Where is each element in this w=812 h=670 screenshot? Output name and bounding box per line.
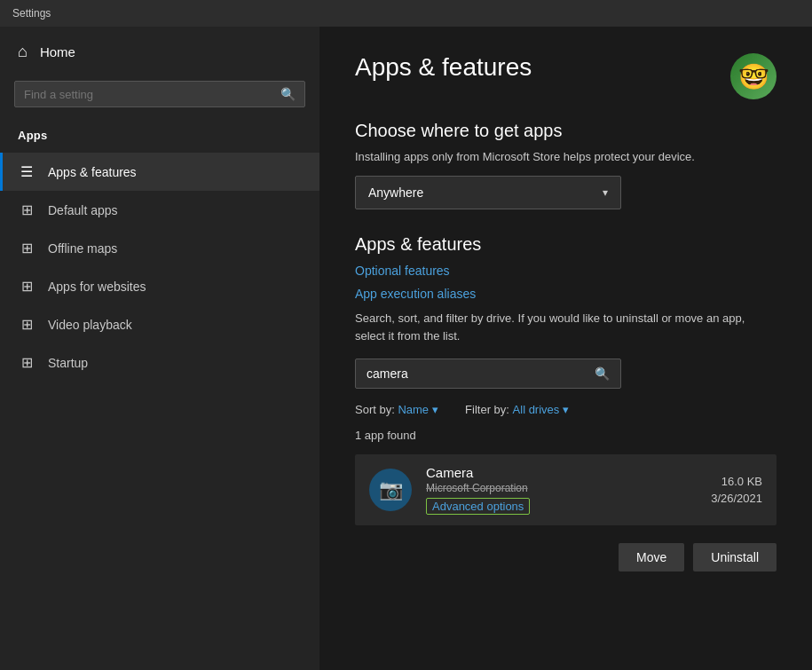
home-icon: ⌂ bbox=[18, 43, 28, 61]
startup-icon: ⊞ bbox=[18, 354, 35, 371]
sidebar-item-label: Offline maps bbox=[48, 241, 117, 256]
sidebar-home-item[interactable]: ⌂ Home bbox=[0, 27, 319, 77]
title-bar: Settings bbox=[0, 0, 812, 27]
apps-features-icon: ☰ bbox=[18, 163, 35, 180]
sidebar-item-label: Video playback bbox=[48, 318, 132, 332]
advanced-options-link[interactable]: Advanced options bbox=[426, 498, 530, 515]
page-title: Apps & features bbox=[355, 53, 532, 82]
sidebar-home-label: Home bbox=[40, 44, 75, 59]
filter-by-value: All drives bbox=[513, 403, 560, 416]
search-input[interactable] bbox=[24, 88, 273, 101]
uninstall-button[interactable]: Uninstall bbox=[693, 543, 777, 571]
avatar: 🤓 bbox=[730, 53, 777, 99]
title-bar-label: Settings bbox=[12, 7, 51, 20]
sidebar-item-startup[interactable]: ⊞ Startup bbox=[0, 343, 319, 382]
app-icon: 📷 bbox=[369, 469, 412, 511]
filter-by-control[interactable]: Filter by: All drives ▾ bbox=[465, 403, 569, 416]
sort-by-control[interactable]: Sort by: Name ▾ bbox=[355, 403, 438, 416]
app-search-input[interactable] bbox=[367, 367, 587, 381]
sort-by-label: Sort by: bbox=[355, 403, 395, 416]
content-area: Apps & features 🤓 Choose where to get ap… bbox=[319, 27, 812, 670]
apps-found-count: 1 app found bbox=[355, 429, 777, 442]
buttons-row: Move Uninstall bbox=[355, 543, 777, 571]
optional-features-link[interactable]: Optional features bbox=[355, 264, 777, 278]
app-details: Camera Microsoft Corporation Advanced op… bbox=[426, 465, 697, 515]
sidebar-item-label: Default apps bbox=[48, 203, 118, 217]
app-meta: 16.0 KB 3/26/2021 bbox=[711, 475, 762, 505]
app-search-bar[interactable]: 🔍 bbox=[355, 359, 621, 389]
sidebar-item-label: Apps & features bbox=[48, 165, 137, 179]
video-playback-icon: ⊞ bbox=[18, 316, 35, 333]
sidebar-item-default-apps[interactable]: ⊞ Default apps bbox=[0, 191, 319, 229]
main-layout: ⌂ Home 🔍 Apps ☰ Apps & features ⊞ Defaul… bbox=[0, 27, 812, 670]
app-size: 16.0 KB bbox=[711, 475, 762, 488]
offline-maps-icon: ⊞ bbox=[18, 240, 35, 256]
avatar-emoji: 🤓 bbox=[738, 62, 769, 91]
chevron-down-icon: ▾ bbox=[603, 186, 608, 199]
sidebar: ⌂ Home 🔍 Apps ☰ Apps & features ⊞ Defaul… bbox=[0, 27, 319, 670]
sidebar-item-label: Apps for websites bbox=[48, 280, 146, 294]
apps-for-websites-icon: ⊞ bbox=[18, 278, 35, 295]
app-publisher: Microsoft Corporation bbox=[426, 482, 697, 494]
search-box[interactable]: 🔍 bbox=[14, 81, 305, 107]
apps-features-section-title: Apps & features bbox=[355, 234, 777, 255]
default-apps-icon: ⊞ bbox=[18, 201, 35, 218]
sort-chevron-icon: ▾ bbox=[432, 403, 438, 416]
sort-by-value: Name bbox=[398, 403, 429, 416]
app-date: 3/26/2021 bbox=[711, 492, 762, 505]
dropdown-selected-value: Anywhere bbox=[368, 185, 423, 200]
search-bar-icon: 🔍 bbox=[595, 367, 610, 381]
sidebar-item-video-playback[interactable]: ⊞ Video playback bbox=[0, 305, 319, 343]
app-name: Camera bbox=[426, 465, 697, 480]
filter-by-label: Filter by: bbox=[465, 403, 509, 416]
move-button[interactable]: Move bbox=[619, 543, 684, 571]
sort-by-select[interactable]: Name ▾ bbox=[398, 403, 438, 416]
sidebar-item-apps-for-websites[interactable]: ⊞ Apps for websites bbox=[0, 267, 319, 305]
filter-chevron-icon: ▾ bbox=[563, 403, 569, 416]
sidebar-section-heading: Apps bbox=[0, 122, 319, 153]
choose-where-title: Choose where to get apps bbox=[355, 121, 777, 141]
table-row: 📷 Camera Microsoft Corporation Advanced … bbox=[355, 454, 777, 525]
filter-by-select[interactable]: All drives ▾ bbox=[513, 403, 570, 416]
search-icon: 🔍 bbox=[280, 87, 296, 101]
search-description: Search, sort, and filter by drive. If yo… bbox=[355, 310, 777, 344]
sidebar-item-apps-features[interactable]: ☰ Apps & features bbox=[0, 153, 319, 191]
sort-filter-row: Sort by: Name ▾ Filter by: All drives ▾ bbox=[355, 403, 777, 416]
app-execution-aliases-link[interactable]: App execution aliases bbox=[355, 287, 777, 301]
sidebar-item-offline-maps[interactable]: ⊞ Offline maps bbox=[0, 229, 319, 267]
page-title-row: Apps & features 🤓 bbox=[355, 53, 777, 99]
sidebar-item-label: Startup bbox=[48, 356, 88, 370]
choose-where-subtitle: Installing apps only from Microsoft Stor… bbox=[355, 150, 777, 163]
source-dropdown[interactable]: Anywhere ▾ bbox=[355, 176, 621, 209]
